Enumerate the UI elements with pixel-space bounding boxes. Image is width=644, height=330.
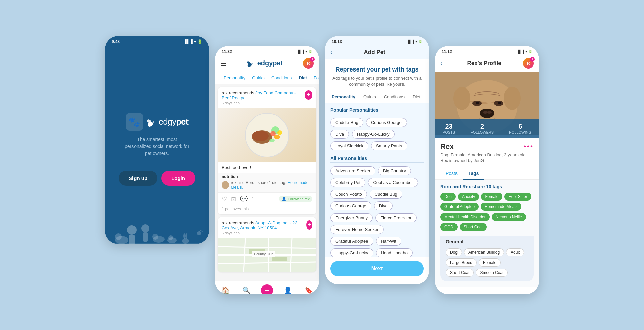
tag-tab-conditions[interactable]: Conditions (380, 91, 409, 103)
gen-tag-american-bulldog[interactable]: American Bulldog (464, 248, 504, 256)
heart-icon[interactable]: ♡ (222, 195, 227, 203)
shared-tag-female[interactable]: Female (481, 193, 502, 201)
addpet-hero-title: Represent your pet with tags (330, 66, 424, 73)
wifi-icon: ▾ (194, 39, 196, 44)
status-icons-1: ▐▌▐ ▾ 🔋 (184, 39, 202, 44)
tag-curious-george-pop[interactable]: Curious George (366, 118, 407, 127)
phone-profile: 11:12 ▐▌▐ ▾ 🔋 ‹ Rex's Profile R 1 (435, 46, 539, 294)
feed-card-1-actions: ♡ ⊡ 💬 1 👤 Following rex (218, 192, 316, 205)
tab-quirks[interactable]: Quirks (249, 72, 268, 84)
shared-tag-short-coat[interactable]: Short Coat (460, 223, 487, 231)
shared-tag-grateful-adoptee[interactable]: Grateful Adoptee (440, 203, 479, 211)
tab-conditions[interactable]: Conditions (268, 72, 295, 84)
feed-scroll[interactable]: rex recommends Joy Food Company - Beef R… (215, 84, 319, 281)
profile-info: Rex ••• Dog, Female, American Bulldog, 3… (435, 138, 539, 167)
profile-section-tabs: Posts Tags (435, 167, 539, 180)
svg-rect-5 (129, 235, 135, 244)
tab-personality[interactable]: Personality (220, 72, 249, 84)
tag-tab-diet[interactable]: Diet (409, 91, 424, 103)
profile-tab-tags[interactable]: Tags (463, 167, 484, 180)
tag-smarty-pants[interactable]: Smarty Pants (371, 141, 407, 150)
tag-grateful-adoptee[interactable]: Grateful Adoptee (330, 237, 373, 246)
nav-home[interactable]: 🏠 (219, 284, 231, 294)
wifi-icon-4: ▾ (525, 50, 527, 53)
tag-diva-all[interactable]: Diva (374, 201, 393, 210)
tag-fierce-protector[interactable]: Fierce Protector (375, 213, 416, 222)
svg-point-25 (269, 139, 275, 142)
nav-search[interactable]: 🔍 (240, 284, 252, 294)
gen-tag-adult[interactable]: Adult (506, 248, 524, 256)
svg-point-9 (115, 233, 122, 240)
profile-tab-posts[interactable]: Posts (440, 167, 463, 180)
shared-tag-mental-health[interactable]: Mental Health Disorder (440, 213, 490, 221)
tag-forever-home[interactable]: Forever-Home Seeker (330, 225, 384, 234)
next-button[interactable]: Next (330, 261, 424, 276)
svg-point-6 (141, 224, 149, 232)
tag-head-honcho[interactable]: Head Honcho (376, 248, 413, 257)
tag-tab-quirks[interactable]: Quirks (359, 91, 380, 103)
feed-card-1: rex recommends Joy Food Company - Beef R… (218, 87, 316, 214)
tag-half-wit[interactable]: Half-Wit (376, 237, 401, 246)
tag-celebrity-pet[interactable]: Celebrity Pet (330, 178, 365, 187)
status-bar-1: 9:48 ▐▌▐ ▾ 🔋 (105, 36, 209, 45)
profile-back-btn[interactable]: ‹ (440, 59, 443, 68)
tag-big-country[interactable]: Big Country (378, 166, 411, 175)
user-avatar[interactable]: R 1 (303, 58, 314, 69)
comment-icon[interactable]: 💬 (240, 195, 248, 203)
addpet-hero: Represent your pet with tags Add tags to… (325, 59, 429, 91)
profile-user-avatar[interactable]: R 1 (523, 58, 534, 69)
login-button[interactable]: Login (161, 171, 195, 186)
tab-diet[interactable]: Diet (295, 72, 310, 84)
shared-tag-homemade-meals[interactable]: Homemade Meals (481, 203, 521, 211)
back-button[interactable]: ‹ (330, 48, 333, 57)
gen-tag-large-breed[interactable]: Large Breed (446, 258, 477, 267)
hamburger-icon[interactable]: ☰ (220, 59, 226, 67)
tag-couch-potato[interactable]: Couch Potato (330, 190, 367, 199)
tag-loyal-sidekick[interactable]: Loyal Sidekick (330, 141, 368, 150)
feed-pet-avatar (222, 181, 229, 189)
tag-cuddle-bug[interactable]: Cuddle Bug (330, 118, 363, 127)
nav-profile[interactable]: 👤 (282, 284, 294, 294)
gen-tag-smooth-coat[interactable]: Smooth Coat (476, 269, 508, 277)
status-time-2: 11:32 (222, 49, 232, 54)
shared-tag-dog[interactable]: Dog (440, 193, 456, 201)
splash-buttons: Sign up Login (119, 171, 195, 186)
gen-tag-short-coat[interactable]: Short Coat (446, 269, 474, 277)
signal-icon: ▐▌▐ (184, 39, 193, 44)
tag-happy-go-lucky-all[interactable]: Happy-Go-Lucky (330, 248, 373, 257)
feed-map-image: Country Club (218, 238, 316, 272)
bookmark-icon[interactable]: ⊡ (231, 195, 236, 203)
gen-tag-dog[interactable]: Dog (446, 248, 462, 256)
tag-diva-pop[interactable]: Diva (330, 130, 349, 139)
tag-cool-cucumber[interactable]: Cool as a Cucumber (368, 178, 418, 187)
shared-tag-nervous-nellie[interactable]: Nervous Nellie (492, 213, 526, 221)
tag-cuddle-bug-all[interactable]: Cuddle Bug (370, 190, 402, 199)
shared-tag-ocd[interactable]: OCD (440, 223, 458, 231)
profile-tags-content[interactable]: Roro and Rex share 10 tags Dog Anxiety F… (435, 180, 539, 287)
signal-icon-3: ▐▌▐ (407, 40, 414, 43)
gen-tag-female[interactable]: Female (479, 258, 501, 267)
more-options[interactable]: ••• (524, 143, 534, 150)
shared-tag-foot-sitter[interactable]: Foot Sitter (504, 193, 531, 201)
shared-tag-anxiety[interactable]: Anxiety (458, 193, 479, 201)
tag-adventure-seeker[interactable]: Adventure Seeker (330, 166, 375, 175)
nav-bookmark[interactable]: 🔖 (303, 284, 315, 294)
tags-scroll[interactable]: Popular Personalities Cuddle Bug Curious… (325, 103, 429, 257)
nav-add[interactable]: + (261, 284, 273, 294)
popular-tags-row: Cuddle Bug Curious George Diva Happy-Go-… (330, 118, 424, 150)
svg-point-43 (498, 102, 501, 104)
tag-curious-george-all[interactable]: Curious George (330, 201, 371, 210)
feed-card-1-add[interactable]: + (305, 90, 312, 100)
feed-card-2-add[interactable]: + (306, 220, 312, 230)
signup-button[interactable]: Sign up (119, 171, 157, 186)
feed-card-1-title: rex recommends Joy Food Company - Beef R… (222, 90, 305, 100)
tab-following[interactable]: Following (310, 72, 319, 84)
shared-tags-title: Roro and Rex share 10 tags (440, 184, 534, 189)
edgypet-logo-icon: 🐾 (126, 113, 143, 131)
tag-happy-go-lucky[interactable]: Happy-Go-Lucky (352, 130, 395, 139)
tag-energizer-bunny[interactable]: Energizer Bunny (330, 213, 373, 222)
stat-posts: 23 POSTS (443, 123, 455, 134)
love-count: 1 pet loves this (218, 207, 316, 214)
tag-tab-personality[interactable]: Personality (328, 91, 359, 103)
svg-point-15 (183, 233, 185, 239)
